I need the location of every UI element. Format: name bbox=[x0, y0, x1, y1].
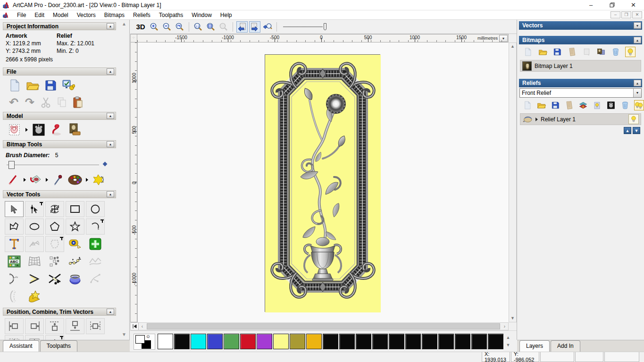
delete-bitmap-layer-button[interactable] bbox=[611, 47, 621, 57]
tab-add-in[interactable]: Add In bbox=[551, 340, 580, 352]
open-relief-layer-button[interactable] bbox=[537, 100, 547, 110]
paint-brush-button[interactable] bbox=[7, 174, 21, 186]
tab-layers[interactable]: Layers bbox=[519, 340, 550, 352]
next-bitmap-layer-button[interactable] bbox=[249, 21, 260, 33]
palette-swatch[interactable] bbox=[191, 334, 206, 349]
relief-set-selector[interactable]: Front Relief ▼ bbox=[519, 88, 642, 98]
canvas-horizontal-scrollbar[interactable]: ‹ › bbox=[130, 322, 509, 330]
toggle-bitmap-visibility-button[interactable] bbox=[625, 47, 636, 57]
collapse-file-button[interactable]: ▲ bbox=[107, 68, 114, 75]
flood-fill-flyout-arrow[interactable] bbox=[46, 178, 48, 182]
tool-create-polygon[interactable] bbox=[45, 219, 64, 235]
open-bitmap-layer-button[interactable] bbox=[537, 47, 548, 57]
nesting-button[interactable]: Nes bbox=[86, 335, 105, 340]
menu-window[interactable]: Window bbox=[187, 11, 216, 19]
bitmap-fade-slider[interactable] bbox=[283, 22, 328, 32]
scrollbar-thumb[interactable] bbox=[147, 323, 500, 329]
toggle-all-relief-visibility-button[interactable] bbox=[634, 100, 644, 110]
menu-reliefs[interactable]: Reliefs bbox=[129, 11, 155, 19]
expand-relief-layer-icon[interactable] bbox=[535, 118, 538, 121]
collapse-position-button[interactable]: ▲ bbox=[107, 309, 114, 315]
open-file-button[interactable] bbox=[25, 78, 41, 93]
previous-bitmap-layer-button[interactable] bbox=[236, 21, 248, 33]
canvas-vertical-scrollbar[interactable]: ▲ ▼ bbox=[509, 42, 517, 322]
align-right-button[interactable] bbox=[25, 318, 44, 334]
cut-button[interactable] bbox=[39, 96, 53, 109]
menu-vectors[interactable]: Vectors bbox=[73, 11, 100, 19]
palette-swatch[interactable] bbox=[323, 334, 338, 349]
bitmap-layer-row[interactable]: Bitmap Layer 1 bbox=[520, 60, 641, 72]
primary-secondary-colour-indicator[interactable]: ⊙ bbox=[134, 334, 155, 350]
tool-block-paste[interactable] bbox=[45, 253, 64, 269]
restore-button[interactable] bbox=[602, 0, 623, 10]
palette-swatch[interactable] bbox=[356, 334, 371, 349]
palette-scroll-up-icon[interactable]: ▲ bbox=[504, 334, 512, 341]
greyscale-preview-button[interactable] bbox=[31, 123, 47, 137]
palette-swatch[interactable] bbox=[455, 334, 470, 349]
tool-create-ellipse[interactable] bbox=[25, 219, 44, 235]
align-bottom-button[interactable] bbox=[66, 318, 84, 334]
tool-node-editing[interactable] bbox=[25, 201, 44, 217]
scroll-left-icon[interactable]: ‹ bbox=[139, 324, 146, 329]
expand-vectors-button[interactable]: ▼ bbox=[634, 22, 641, 29]
edit-model-flyout-arrow[interactable] bbox=[25, 128, 28, 132]
collapse-reliefs-button[interactable]: ▲ bbox=[634, 80, 641, 86]
tool-offset-vector[interactable] bbox=[5, 288, 24, 304]
palette-button[interactable] bbox=[67, 173, 83, 187]
collapse-bitmap-tools-button[interactable]: ▲ bbox=[107, 141, 114, 147]
palette-swatch[interactable] bbox=[488, 334, 503, 349]
save-file-button[interactable] bbox=[42, 78, 59, 93]
primary-colour-chip[interactable] bbox=[135, 335, 145, 344]
fade-slider-handle[interactable] bbox=[324, 23, 326, 30]
scan-relief-button[interactable] bbox=[565, 100, 575, 110]
tool-create-rectangle[interactable] bbox=[66, 201, 84, 217]
greyscale-from-relief-button[interactable] bbox=[606, 100, 616, 110]
mdi-close-button[interactable]: ✕ bbox=[632, 11, 642, 18]
move-layer-down-button[interactable]: ▼ bbox=[633, 127, 640, 134]
palette-swatch[interactable] bbox=[240, 334, 256, 349]
tool-create-arc[interactable] bbox=[86, 219, 105, 235]
scroll-down-icon[interactable]: ▼ bbox=[121, 331, 127, 338]
palette-swatch[interactable] bbox=[207, 334, 223, 349]
tool-wrap-star[interactable] bbox=[25, 288, 44, 304]
center-both-button[interactable] bbox=[25, 335, 44, 340]
palette-swatch[interactable] bbox=[273, 334, 289, 349]
palette-flyout-arrow[interactable] bbox=[86, 178, 88, 182]
menu-edit[interactable]: Edit bbox=[30, 11, 49, 19]
zoom-1to1-button[interactable]: 1:1 bbox=[192, 21, 204, 33]
tool-envelope-distortion[interactable] bbox=[25, 253, 44, 269]
pane-toggle-button[interactable] bbox=[131, 323, 139, 330]
center-horizontal-button[interactable] bbox=[86, 318, 105, 334]
menu-model[interactable]: Model bbox=[49, 11, 73, 19]
tool-create-circle[interactable] bbox=[86, 201, 105, 217]
palette-swatch[interactable] bbox=[372, 334, 388, 349]
move-layer-up-button[interactable]: ▲ bbox=[624, 127, 631, 134]
colour-picker-button[interactable] bbox=[51, 174, 65, 186]
tool-free-distortion[interactable] bbox=[86, 253, 105, 269]
relief-sheet-visibility-button[interactable] bbox=[593, 100, 602, 110]
ruler-origin-button[interactable]: ⁘ bbox=[130, 34, 137, 42]
paste-button[interactable] bbox=[71, 96, 85, 109]
zoom-in-button[interactable] bbox=[149, 21, 160, 33]
tool-transform[interactable] bbox=[45, 201, 64, 217]
save-bitmap-layer-button[interactable] bbox=[552, 47, 562, 57]
align-top-button[interactable] bbox=[45, 318, 64, 334]
menu-toolpaths[interactable]: Toolpaths bbox=[155, 11, 187, 19]
new-bitmap-layer-button[interactable] bbox=[523, 47, 533, 57]
tool-trim-vectors[interactable] bbox=[45, 271, 64, 287]
slider-handle[interactable] bbox=[8, 161, 15, 169]
palette-swatch[interactable] bbox=[257, 334, 272, 349]
copy-button[interactable] bbox=[55, 96, 69, 109]
collapse-bitmaps-button[interactable]: ▲ bbox=[634, 37, 641, 43]
minimize-button[interactable]: – bbox=[580, 0, 602, 10]
zoom-back-button[interactable] bbox=[262, 21, 273, 33]
model-properties-button[interactable] bbox=[60, 78, 76, 93]
light-material-button[interactable] bbox=[49, 123, 65, 137]
palette-swatch[interactable] bbox=[290, 334, 305, 349]
collapse-project-information-button[interactable]: ▲ bbox=[107, 23, 114, 29]
palette-swatch[interactable] bbox=[339, 334, 355, 349]
tool-text-block[interactable]: ABC bbox=[5, 253, 24, 269]
canvas-2d-view[interactable] bbox=[137, 42, 509, 322]
scroll-up-icon[interactable]: ▲ bbox=[509, 43, 516, 50]
switch-to-3d-button[interactable]: 3D bbox=[134, 21, 147, 33]
